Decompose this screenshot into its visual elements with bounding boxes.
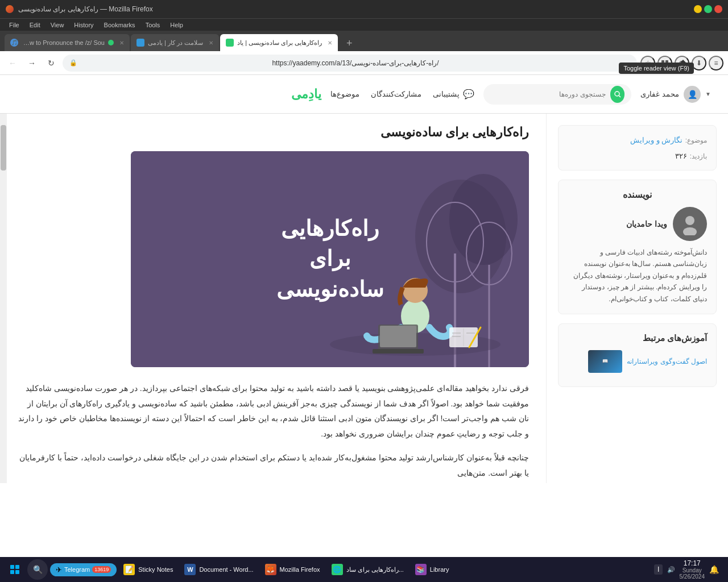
yaademy-label: راه‌کارهایی برای ساد... [346,566,404,573]
tab-bar: 🎵 How to Pronounce the /z/ Sou... ✕ سلام… [0,31,728,51]
clock-display[interactable]: 17:17 Sunday5/26/2024 [680,559,705,580]
forward-button[interactable]: → [24,55,40,71]
lock-icon: 🔒 [69,59,77,66]
search-input[interactable] [490,90,605,98]
related-title: آموزش‌های مرتبط [568,333,707,343]
volume-icon[interactable]: 🔊 [667,566,675,573]
more-tools-button[interactable]: ≡ [709,56,723,70]
menu-bookmarks[interactable]: Bookmarks [100,20,140,30]
telegram-icon: ✈ [56,566,62,574]
svg-point-8 [449,174,518,265]
topics-nav-item[interactable]: موضوع‌ها [330,90,359,98]
search-bar[interactable] [483,84,631,105]
menu-help[interactable]: Help [166,20,188,30]
url-text: https://yaademy.com/a/13/راه-کارهایی-برا… [81,59,630,67]
yaademy-app-icon: 🌐 [332,564,343,575]
svg-point-4 [685,216,694,225]
firefox-favicon-icon [6,5,14,13]
article-image-text: راه‌کارهایی برای ساده‌نویسی [265,214,395,305]
telegram-badge: 13619 [92,566,111,573]
tab2-close-button[interactable]: ✕ [209,40,213,46]
maximize-button[interactable] [704,5,712,13]
sticky-notes-icon: 📝 [123,564,135,575]
user-area: ▼ 👤 محمد غفاری [640,86,711,103]
menu-tools[interactable]: Tools [141,20,165,30]
yaademy-app-button[interactable]: 🌐 راه‌کارهایی برای ساد... [327,559,408,580]
menu-bar: File Edit View History Bookmarks Tools H… [0,18,728,31]
author-avatar [673,207,707,241]
menu-file[interactable]: File [5,20,24,30]
article-para-0: فرقی ندارد بخواهید مقاله‌ای علمی‌پژوهشی … [17,381,529,441]
author-box: نویسنده ویدا حامدیان دانش‌آموخته رشته‌ها… [558,180,717,314]
related-item-0[interactable]: اصول گفت‌وگوی ویراستارانه 📖 [568,350,707,373]
article-para-1: چنانچه قبلاً به‌عنوان کارشناس‌ارشد تولید… [17,450,529,480]
telegram-label: Telegram [64,566,90,573]
back-button[interactable]: ← [5,55,20,71]
scrollbar-thumb[interactable] [1,125,6,171]
search-submit-button[interactable] [610,86,625,103]
reload-button[interactable]: ↻ [43,55,59,71]
tab-3[interactable]: راه‌کارهایی برای ساده‌نویسی | یاد ✕ [220,34,338,51]
tab3-close-button[interactable]: ✕ [328,40,332,46]
related-thumb-0: 📖 [588,350,622,373]
svg-line-3 [619,95,621,97]
tab1-close-button[interactable]: ✕ [119,40,124,46]
sidebar: موضوع: نگارش و ویرایش بازدید: ۳۲۶ نویسند… [546,114,728,483]
firefox-label: Mozilla Firefox [280,566,320,573]
tab2-label: سلامت در کار | یاد‌می [148,39,203,47]
meta-row: موضوع: نگارش و ویرایش [568,135,707,145]
taskbar: 🔍 ✈ Telegram 13619 📝 Sticky Notes W Docu… [0,557,728,582]
tab-1[interactable]: 🎵 How to Pronounce the /z/ Sou... ✕ [5,34,130,51]
sticky-notes-label: Sticky Notes [138,566,173,573]
article-meta-box: موضوع: نگارش و ویرایش بازدید: ۳۲۶ [558,125,717,171]
topic-value[interactable]: نگارش و ویرایش [630,136,682,144]
article-area: راه‌کارهایی برای ساده‌نویسی [0,114,546,483]
support-nav-item[interactable]: 💬 پشتیبانی [433,89,474,99]
menu-view[interactable]: View [46,20,69,30]
user-dropdown-icon[interactable]: ▼ [705,91,711,97]
close-button[interactable] [714,5,722,13]
article-title: راه‌کارهایی برای ساده‌نویسی [17,125,529,140]
notification-button[interactable]: 🔔 [709,565,719,574]
new-tab-button[interactable]: + [341,35,357,51]
author-name: ویدا حامدیان [626,219,667,228]
menu-edit[interactable]: Edit [25,20,45,30]
contributors-nav-item[interactable]: مشارکت‌کنندگان [371,90,421,98]
tab3-label: راه‌کارهایی برای ساده‌نویسی | یاد [237,39,322,47]
persian-keyboard-indicator[interactable]: ا [654,564,663,575]
telegram-app-button[interactable]: ✈ Telegram 13619 [50,563,117,576]
author-section-title: نویسنده [568,189,707,200]
site-logo[interactable]: یادِمی [291,87,321,102]
author-bio: دانش‌آموخته رشته‌های ادبیات فارسی و زبان… [568,247,707,305]
window-title: راه‌کارهایی برای ساده‌نویسی — Mozilla Fi… [18,5,153,13]
taskbar-search-button[interactable]: 🔍 [27,559,48,580]
tab1-label: How to Pronounce the /z/ Sou... [22,39,105,46]
windows-logo-icon [10,565,19,574]
svg-rect-17 [380,326,416,347]
scrollbar-track[interactable] [0,114,7,483]
date-display: Sunday5/26/2024 [680,567,705,580]
firefox-app-button[interactable]: 🦊 Mozilla Firefox [260,559,325,580]
views-group: بازدید: ۳۲۶ [568,151,707,161]
tab-2[interactable]: سلامت در کار | یاد‌می ✕ [131,34,219,51]
tab1-verified-icon [108,40,114,45]
start-button[interactable] [5,559,25,580]
minimize-button[interactable] [694,5,702,13]
word-icon: W [184,564,196,575]
url-bar[interactable]: 🔒 https://yaademy.com/a/13/راه-کارهایی-ب… [63,55,637,72]
article-hero-image: راه‌کارهایی برای ساده‌نویسی [131,151,529,367]
window-controls [694,5,722,13]
title-bar-left: راه‌کارهایی برای ساده‌نویسی — Mozilla Fi… [6,5,153,13]
system-tray: ا 🔊 17:17 Sunday5/26/2024 🔔 [650,559,724,580]
sticky-notes-app-button[interactable]: 📝 Sticky Notes [119,559,177,580]
views-label: بازدید: [690,152,707,160]
topic-group: موضوع: نگارش و ویرایش [630,135,707,145]
library-app-button[interactable]: 📚 Library [411,559,454,580]
word-app-button[interactable]: W Document - Word... [180,559,258,580]
site-nav: 💬 پشتیبانی مشارکت‌کنندگان موضوع‌ها [330,89,474,99]
svg-point-2 [615,92,619,96]
related-articles-box: آموزش‌های مرتبط اصول گفت‌وگوی ویراستاران… [558,323,717,387]
menu-history[interactable]: History [69,20,98,30]
related-link-0[interactable]: اصول گفت‌وگوی ویراستارانه [627,357,707,365]
views-value: ۳۲۶ [675,152,687,160]
